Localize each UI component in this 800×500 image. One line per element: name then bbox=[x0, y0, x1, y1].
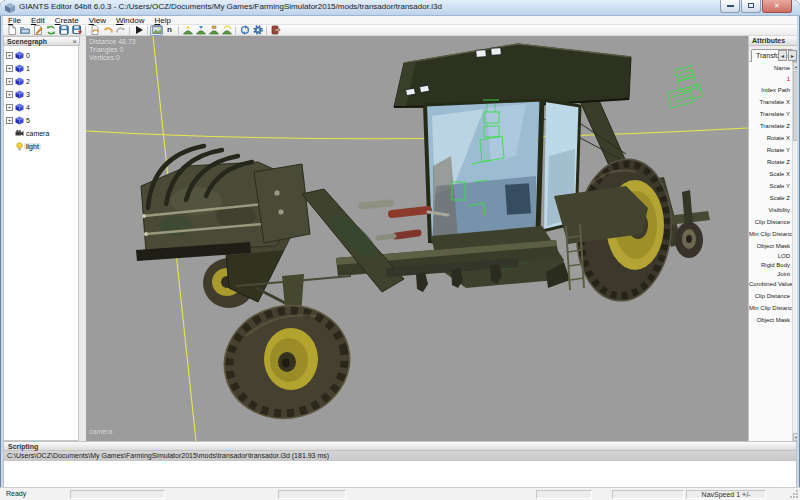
menu-create[interactable]: Create bbox=[50, 16, 84, 25]
redo-button[interactable] bbox=[114, 25, 127, 36]
viewport-stats: Distance 48.73 Triangles 0 Vertices 0 bbox=[89, 38, 136, 62]
settings-gear-button[interactable] bbox=[251, 25, 264, 36]
tree-node-1[interactable]: + 1 bbox=[4, 62, 80, 75]
scenegraph-close-icon[interactable]: × bbox=[72, 37, 77, 46]
menu-help[interactable]: Help bbox=[149, 16, 175, 25]
terrain-foliage-icon bbox=[222, 25, 232, 35]
tab-prev-icon[interactable]: ◄ bbox=[778, 50, 787, 61]
viewport-3d[interactable]: Distance 48.73 Triangles 0 Vertices 0 ca… bbox=[86, 36, 748, 441]
camera-icon bbox=[15, 129, 24, 138]
attributes-scrollbar[interactable]: ▲ ▼ bbox=[792, 62, 797, 441]
scenegraph-title: Scenegraph bbox=[7, 38, 47, 45]
scripting-log-line[interactable]: C:\Users\OCZ\Documents\My Games\FarmingS… bbox=[4, 451, 796, 461]
attr-label-combined-values: Combined Values bbox=[749, 279, 794, 290]
resize-grip[interactable] bbox=[789, 489, 799, 499]
tree-node-3[interactable]: + 3 bbox=[4, 88, 80, 101]
light-icon bbox=[15, 142, 24, 151]
expand-icon[interactable]: + bbox=[6, 117, 13, 124]
viewport-canvas[interactable] bbox=[86, 36, 748, 441]
attributes-tabbar: Transform ◄ ► bbox=[749, 46, 797, 62]
attr-label-visibility: Visibility bbox=[749, 204, 794, 216]
save-button[interactable] bbox=[57, 25, 70, 36]
scroll-up-icon[interactable]: ▲ bbox=[793, 62, 797, 70]
tree-node-4[interactable]: + 4 bbox=[4, 101, 80, 114]
expand-icon[interactable]: + bbox=[6, 52, 13, 59]
menu-view[interactable]: View bbox=[84, 16, 111, 25]
new-file-icon bbox=[7, 25, 17, 35]
menu-file[interactable]: File bbox=[3, 16, 26, 25]
attributes-fields: Name 1 Index Path Translate X Translate … bbox=[749, 62, 797, 441]
physics-icon bbox=[240, 25, 250, 35]
terrain-smooth-button[interactable] bbox=[207, 25, 220, 36]
toolbar-separator bbox=[178, 26, 179, 35]
cube-icon bbox=[15, 116, 24, 125]
play-button[interactable] bbox=[132, 25, 145, 36]
stat-triangles: Triangles 0 bbox=[89, 46, 136, 54]
exit-tool-button[interactable] bbox=[269, 25, 282, 36]
exit-tool-icon bbox=[271, 25, 281, 35]
toolbar-separator bbox=[235, 26, 236, 35]
save-as-icon bbox=[72, 25, 82, 35]
tab-next-icon[interactable]: ► bbox=[788, 50, 797, 61]
terrain-raise-button[interactable] bbox=[181, 25, 194, 36]
menu-edit[interactable]: Edit bbox=[26, 16, 50, 25]
attr-label-min-clip-distance: Min Clip Distance bbox=[749, 228, 794, 240]
tree-node-5[interactable]: + 5 bbox=[4, 114, 80, 127]
render-view-toggle-button[interactable] bbox=[150, 25, 163, 36]
cube-icon bbox=[15, 77, 24, 86]
minimize-button[interactable] bbox=[720, 0, 740, 13]
undo-button[interactable] bbox=[101, 25, 114, 36]
scripting-title: Scripting bbox=[8, 443, 38, 450]
expand-icon[interactable]: + bbox=[6, 104, 13, 111]
import-button[interactable] bbox=[88, 25, 101, 36]
attr-label-rotate-x: Rotate X bbox=[749, 132, 794, 144]
status-pane bbox=[278, 490, 346, 499]
toolbar-separator bbox=[85, 26, 86, 35]
scenegraph-tree: + 0 + 1 + 2 + 3 + 4 + 5 bbox=[3, 46, 79, 441]
reload-icon bbox=[46, 25, 56, 35]
status-ready-text: Ready bbox=[6, 490, 26, 497]
attr-label-name: Name bbox=[749, 62, 794, 74]
maximize-button[interactable] bbox=[741, 0, 761, 13]
attr-label-clip-distance-2: Clip Distance bbox=[749, 290, 794, 302]
titlebar[interactable]: GIANTS Editor 64bit 6.0.3 - C:/Users/OCZ… bbox=[0, 0, 800, 16]
gear-icon bbox=[253, 25, 263, 35]
cube-icon bbox=[15, 64, 24, 73]
scripting-log[interactable]: C:\Users\OCZ\Documents\My Games\FarmingS… bbox=[3, 451, 797, 487]
tree-node-camera[interactable]: camera bbox=[4, 127, 80, 140]
attr-label-scale-y: Scale Y bbox=[749, 180, 794, 192]
expand-icon[interactable]: + bbox=[6, 65, 13, 72]
attr-label-joint: Joint bbox=[749, 270, 794, 279]
scroll-down-icon[interactable]: ▼ bbox=[793, 433, 797, 441]
tree-node-0[interactable]: + 0 bbox=[4, 49, 80, 62]
redo-icon bbox=[116, 25, 126, 35]
statusbar: Ready NavSpeed 1 +/- bbox=[0, 487, 800, 500]
tree-node-light[interactable]: light bbox=[4, 140, 80, 153]
attr-name-value[interactable]: 1 bbox=[749, 74, 794, 84]
physics-toggle-button[interactable] bbox=[238, 25, 251, 36]
terrain-foliage-button[interactable] bbox=[220, 25, 233, 36]
menu-window[interactable]: Window bbox=[111, 16, 149, 25]
tree-node-2[interactable]: + 2 bbox=[4, 75, 80, 88]
app-icon bbox=[5, 3, 15, 13]
cube-icon bbox=[15, 103, 24, 112]
terrain-lower-button[interactable] bbox=[194, 25, 207, 36]
expand-icon[interactable]: + bbox=[6, 78, 13, 85]
new-file-button[interactable] bbox=[5, 25, 18, 36]
attr-label-scale-z: Scale Z bbox=[749, 192, 794, 204]
expand-icon[interactable]: + bbox=[6, 91, 13, 98]
edit-file-button[interactable] bbox=[31, 25, 44, 36]
show-normals-button[interactable]: n bbox=[163, 25, 176, 36]
open-folder-icon bbox=[20, 25, 30, 35]
window-title: GIANTS Editor 64bit 6.0.3 - C:/Users/OCZ… bbox=[19, 2, 442, 11]
open-file-button[interactable] bbox=[18, 25, 31, 36]
close-button[interactable]: ✕ bbox=[762, 0, 792, 13]
attr-label-object-mask: Object Mask bbox=[749, 240, 794, 252]
reload-button[interactable] bbox=[44, 25, 57, 36]
attr-label-index-path: Index Path bbox=[749, 84, 794, 96]
status-pane bbox=[612, 490, 684, 499]
scroll-thumb[interactable] bbox=[793, 71, 797, 141]
attr-label-object-mask-2: Object Mask bbox=[749, 314, 794, 326]
attr-label-translate-x: Translate X bbox=[749, 96, 794, 108]
save-as-button[interactable] bbox=[70, 25, 83, 36]
